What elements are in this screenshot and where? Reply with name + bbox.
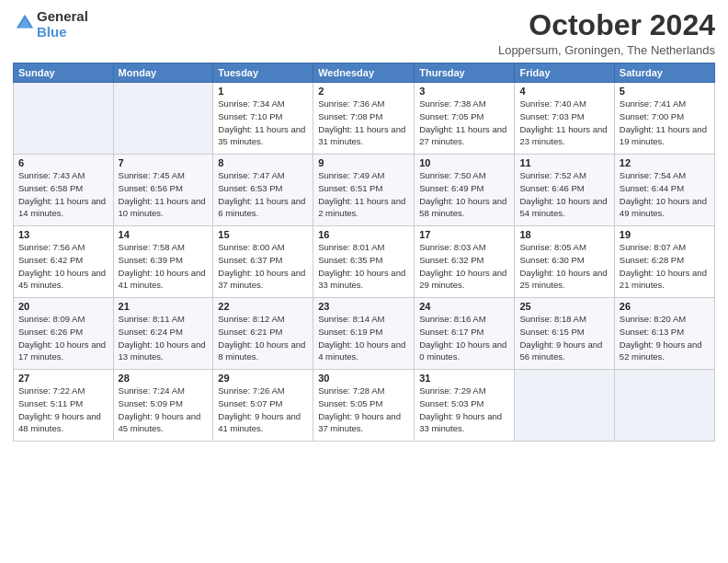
calendar-cell-3-1: 21 Sunrise: 8:11 AMSunset: 6:24 PMDaylig…	[113, 298, 213, 370]
calendar-cell-1-3: 9 Sunrise: 7:49 AMSunset: 6:51 PMDayligh…	[313, 155, 415, 226]
day-number: 22	[218, 301, 308, 312]
day-number: 13	[18, 229, 108, 240]
day-info: Sunrise: 8:09 AMSunset: 6:26 PMDaylight:…	[18, 313, 108, 363]
calendar-cell-1-6: 12 Sunrise: 7:54 AMSunset: 6:44 PMDaylig…	[614, 155, 714, 226]
day-number: 24	[419, 301, 509, 312]
header-sunday: Sunday	[14, 63, 114, 83]
logo-line2: Blue	[37, 24, 67, 40]
day-number: 26	[620, 301, 710, 312]
calendar-body: 1 Sunrise: 7:34 AMSunset: 7:10 PMDayligh…	[14, 83, 715, 442]
calendar-cell-3-6: 26 Sunrise: 8:20 AMSunset: 6:13 PMDaylig…	[614, 298, 714, 370]
logo-icon	[15, 13, 35, 33]
day-number: 6	[18, 157, 108, 168]
day-number: 23	[318, 301, 409, 312]
day-number: 29	[218, 373, 308, 384]
day-info: Sunrise: 8:12 AMSunset: 6:21 PMDaylight:…	[218, 313, 308, 363]
day-number: 11	[519, 157, 609, 168]
day-info: Sunrise: 7:41 AMSunset: 7:00 PMDaylight:…	[620, 98, 710, 148]
day-info: Sunrise: 7:36 AMSunset: 7:08 PMDaylight:…	[318, 98, 409, 148]
day-info: Sunrise: 7:43 AMSunset: 6:58 PMDaylight:…	[18, 169, 108, 220]
day-number: 19	[620, 229, 710, 240]
day-number: 18	[519, 229, 609, 240]
day-number: 10	[419, 157, 509, 168]
day-number: 8	[218, 157, 308, 168]
header-thursday: Thursday	[415, 63, 515, 83]
calendar-cell-0-5: 4 Sunrise: 7:40 AMSunset: 7:03 PMDayligh…	[515, 83, 614, 155]
calendar-cell-2-4: 17 Sunrise: 8:03 AMSunset: 6:32 PMDaylig…	[415, 226, 515, 298]
calendar-cell-2-5: 18 Sunrise: 8:05 AMSunset: 6:30 PMDaylig…	[515, 226, 614, 298]
day-number: 1	[218, 86, 308, 97]
calendar-cell-1-5: 11 Sunrise: 7:52 AMSunset: 6:46 PMDaylig…	[515, 155, 614, 226]
day-info: Sunrise: 8:20 AMSunset: 6:13 PMDaylight:…	[620, 313, 710, 363]
day-info: Sunrise: 7:56 AMSunset: 6:42 PMDaylight:…	[18, 241, 108, 292]
calendar-cell-4-4: 31 Sunrise: 7:29 AMSunset: 5:03 PMDaylig…	[415, 370, 515, 442]
day-number: 3	[419, 86, 509, 97]
day-number: 28	[119, 373, 209, 384]
month-title: October 2024	[498, 9, 715, 41]
calendar-header: Sunday Monday Tuesday Wednesday Thursday…	[14, 63, 715, 83]
day-info: Sunrise: 7:54 AMSunset: 6:44 PMDaylight:…	[620, 169, 710, 220]
calendar-cell-4-0: 27 Sunrise: 7:22 AMSunset: 5:11 PMDaylig…	[14, 370, 114, 442]
logo-line1: General	[37, 9, 88, 25]
day-number: 5	[620, 86, 710, 97]
calendar-cell-0-0	[14, 83, 114, 155]
day-info: Sunrise: 8:00 AMSunset: 6:37 PMDaylight:…	[218, 241, 308, 292]
calendar-cell-3-2: 22 Sunrise: 8:12 AMSunset: 6:21 PMDaylig…	[213, 298, 313, 370]
header-saturday: Saturday	[614, 63, 714, 83]
header-wednesday: Wednesday	[313, 63, 415, 83]
calendar-cell-0-6: 5 Sunrise: 7:41 AMSunset: 7:00 PMDayligh…	[614, 83, 714, 155]
day-number: 17	[419, 229, 509, 240]
day-info: Sunrise: 7:45 AMSunset: 6:56 PMDaylight:…	[119, 169, 209, 220]
calendar-cell-2-2: 15 Sunrise: 8:00 AMSunset: 6:37 PMDaylig…	[213, 226, 313, 298]
day-number: 25	[519, 301, 609, 312]
day-info: Sunrise: 8:16 AMSunset: 6:17 PMDaylight:…	[419, 313, 509, 363]
day-number: 12	[620, 157, 710, 168]
week-row-2: 6 Sunrise: 7:43 AMSunset: 6:58 PMDayligh…	[14, 155, 715, 226]
day-number: 15	[218, 229, 308, 240]
location: Loppersum, Groningen, The Netherlands	[498, 43, 715, 57]
calendar-cell-4-1: 28 Sunrise: 7:24 AMSunset: 5:09 PMDaylig…	[113, 370, 213, 442]
calendar-cell-4-3: 30 Sunrise: 7:28 AMSunset: 5:05 PMDaylig…	[313, 370, 415, 442]
day-number: 2	[318, 86, 409, 97]
week-row-5: 27 Sunrise: 7:22 AMSunset: 5:11 PMDaylig…	[14, 370, 715, 442]
day-number: 4	[519, 86, 609, 97]
header-friday: Friday	[515, 63, 614, 83]
day-info: Sunrise: 7:22 AMSunset: 5:11 PMDaylight:…	[18, 385, 108, 435]
day-info: Sunrise: 7:24 AMSunset: 5:09 PMDaylight:…	[119, 385, 209, 435]
calendar-cell-2-6: 19 Sunrise: 8:07 AMSunset: 6:28 PMDaylig…	[614, 226, 714, 298]
week-row-1: 1 Sunrise: 7:34 AMSunset: 7:10 PMDayligh…	[14, 83, 715, 155]
calendar-cell-2-3: 16 Sunrise: 8:01 AMSunset: 6:35 PMDaylig…	[313, 226, 415, 298]
calendar-cell-3-5: 25 Sunrise: 8:18 AMSunset: 6:15 PMDaylig…	[515, 298, 614, 370]
header-monday: Monday	[113, 63, 213, 83]
calendar-cell-4-5	[515, 370, 614, 442]
day-info: Sunrise: 8:01 AMSunset: 6:35 PMDaylight:…	[318, 241, 409, 292]
title-block: October 2024 Loppersum, Groningen, The N…	[498, 9, 715, 57]
logo-text: General Blue	[37, 9, 88, 40]
day-number: 20	[18, 301, 108, 312]
day-number: 7	[119, 157, 209, 168]
day-number: 21	[119, 301, 209, 312]
day-info: Sunrise: 8:05 AMSunset: 6:30 PMDaylight:…	[519, 241, 609, 292]
day-info: Sunrise: 7:47 AMSunset: 6:53 PMDaylight:…	[218, 169, 308, 220]
calendar-cell-0-4: 3 Sunrise: 7:38 AMSunset: 7:05 PMDayligh…	[415, 83, 515, 155]
week-row-4: 20 Sunrise: 8:09 AMSunset: 6:26 PMDaylig…	[14, 298, 715, 370]
day-number: 16	[318, 229, 409, 240]
day-number: 9	[318, 157, 409, 168]
calendar-cell-2-1: 14 Sunrise: 7:58 AMSunset: 6:39 PMDaylig…	[113, 226, 213, 298]
calendar-cell-1-2: 8 Sunrise: 7:47 AMSunset: 6:53 PMDayligh…	[213, 155, 313, 226]
calendar-cell-4-2: 29 Sunrise: 7:26 AMSunset: 5:07 PMDaylig…	[213, 370, 313, 442]
day-info: Sunrise: 7:58 AMSunset: 6:39 PMDaylight:…	[119, 241, 209, 292]
day-number: 31	[419, 373, 509, 384]
day-info: Sunrise: 8:18 AMSunset: 6:15 PMDaylight:…	[519, 313, 609, 363]
calendar-cell-3-3: 23 Sunrise: 8:14 AMSunset: 6:19 PMDaylig…	[313, 298, 415, 370]
calendar-cell-3-0: 20 Sunrise: 8:09 AMSunset: 6:26 PMDaylig…	[14, 298, 114, 370]
day-info: Sunrise: 8:07 AMSunset: 6:28 PMDaylight:…	[620, 241, 710, 292]
calendar-cell-1-4: 10 Sunrise: 7:50 AMSunset: 6:49 PMDaylig…	[415, 155, 515, 226]
day-info: Sunrise: 7:28 AMSunset: 5:05 PMDaylight:…	[318, 385, 409, 435]
day-info: Sunrise: 7:29 AMSunset: 5:03 PMDaylight:…	[419, 385, 509, 435]
week-row-3: 13 Sunrise: 7:56 AMSunset: 6:42 PMDaylig…	[14, 226, 715, 298]
day-number: 27	[18, 373, 108, 384]
weekday-header-row: Sunday Monday Tuesday Wednesday Thursday…	[14, 63, 715, 83]
day-info: Sunrise: 7:40 AMSunset: 7:03 PMDaylight:…	[519, 98, 609, 148]
calendar-cell-0-2: 1 Sunrise: 7:34 AMSunset: 7:10 PMDayligh…	[213, 83, 313, 155]
